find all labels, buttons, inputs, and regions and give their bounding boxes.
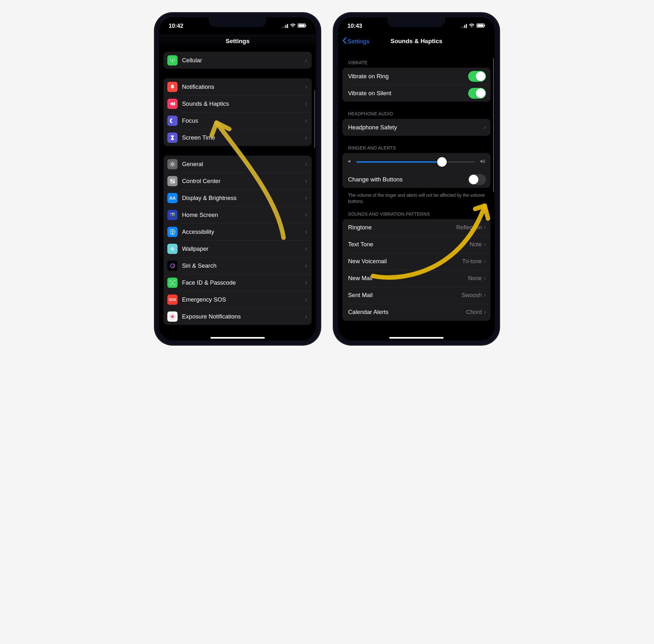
settings-list[interactable]: Cellular › Notifications › Sounds & Hapt… bbox=[159, 52, 316, 341]
battery-icon bbox=[298, 23, 307, 29]
screen-settings: 10:42 Settings Cellular › bbox=[159, 17, 316, 341]
chevron-right-icon: › bbox=[305, 56, 307, 65]
grid-icon bbox=[167, 210, 178, 220]
hourglass-icon bbox=[167, 133, 178, 143]
scroll-indicator[interactable] bbox=[314, 90, 315, 147]
nav-header: Settings bbox=[159, 34, 316, 49]
chevron-right-icon: › bbox=[305, 262, 307, 270]
row-text-tone[interactable]: Text Tone Note › bbox=[342, 236, 490, 253]
row-home-screen[interactable]: Home Screen › bbox=[164, 206, 312, 223]
row-label: Vibrate on Silent bbox=[348, 90, 468, 97]
home-indicator[interactable] bbox=[389, 337, 444, 339]
back-button[interactable]: Settings bbox=[342, 37, 370, 46]
row-wallpaper[interactable]: Wallpaper › bbox=[164, 240, 312, 257]
antenna-icon bbox=[167, 55, 178, 66]
svg-point-16 bbox=[172, 230, 173, 231]
chevron-right-icon: › bbox=[484, 123, 486, 132]
chevron-right-icon: › bbox=[484, 223, 486, 232]
chevron-right-icon: › bbox=[305, 245, 307, 253]
ringer-volume-slider-row bbox=[342, 153, 490, 171]
chevron-right-icon: › bbox=[484, 274, 486, 282]
row-label: Accessibility bbox=[182, 228, 305, 235]
svg-point-17 bbox=[172, 248, 173, 250]
home-indicator[interactable] bbox=[210, 337, 265, 339]
row-label: New Mail bbox=[348, 275, 468, 282]
chevron-right-icon: › bbox=[305, 279, 307, 287]
row-screen-time[interactable]: Screen Time › bbox=[164, 129, 312, 146]
row-label: Focus bbox=[182, 117, 305, 124]
flower-icon bbox=[167, 244, 178, 254]
row-headphone-safety[interactable]: Headphone Safety › bbox=[342, 119, 490, 136]
row-control-center[interactable]: Control Center › bbox=[164, 172, 312, 189]
svg-rect-14 bbox=[170, 216, 175, 217]
row-label: Calendar Alerts bbox=[348, 308, 466, 316]
settings-group: Notifications › Sounds & Haptics › Focus… bbox=[164, 78, 312, 146]
ringer-volume-slider[interactable] bbox=[356, 161, 475, 163]
row-sounds-haptics[interactable]: Sounds & Haptics › bbox=[164, 95, 312, 112]
row-focus[interactable]: Focus › bbox=[164, 112, 312, 129]
status-time: 10:42 bbox=[169, 23, 183, 29]
chevron-right-icon: › bbox=[305, 83, 307, 91]
row-siri-search[interactable]: Siri & Search › bbox=[164, 257, 312, 274]
row-sent-mail[interactable]: Sent Mail Swoosh › bbox=[342, 287, 490, 304]
row-value: Tri-tone bbox=[462, 258, 482, 265]
row-new-mail[interactable]: New Mail None › bbox=[342, 270, 490, 287]
page-title: Settings bbox=[159, 38, 316, 45]
notch bbox=[388, 17, 445, 27]
chevron-right-icon: › bbox=[484, 291, 486, 299]
gear-icon bbox=[167, 159, 178, 169]
settings-group: General › Control Center › AA Display & … bbox=[164, 156, 312, 325]
status-right bbox=[282, 23, 307, 29]
row-face-id[interactable]: Face ID & Passcode › bbox=[164, 274, 312, 291]
chevron-right-icon: › bbox=[484, 308, 486, 316]
toggle-vibrate-ring[interactable] bbox=[468, 71, 486, 82]
row-value: None bbox=[468, 275, 482, 282]
row-label: General bbox=[182, 161, 305, 168]
row-calendar-alerts[interactable]: Calendar Alerts Chord › bbox=[342, 304, 490, 321]
section-header-ringer: Ringer and Alerts bbox=[342, 145, 490, 153]
row-cellular[interactable]: Cellular › bbox=[164, 52, 312, 69]
battery-icon bbox=[476, 23, 485, 29]
row-label: Text Tone bbox=[348, 241, 470, 248]
chevron-right-icon: › bbox=[484, 257, 486, 266]
row-exposure-notifications[interactable]: Exposure Notifications › bbox=[164, 308, 312, 325]
row-vibrate-on-silent[interactable]: Vibrate on Silent bbox=[342, 85, 490, 101]
cellular-signal-icon bbox=[282, 24, 288, 28]
chevron-right-icon: › bbox=[305, 160, 307, 168]
row-ringtone[interactable]: Ringtone Reflection › bbox=[342, 219, 490, 236]
svg-point-28 bbox=[171, 315, 174, 318]
siri-icon bbox=[167, 261, 178, 271]
moon-icon bbox=[167, 116, 178, 126]
row-emergency-sos[interactable]: SOS Emergency SOS › bbox=[164, 291, 312, 308]
section-header-vibrate: Vibrate bbox=[342, 60, 490, 68]
svg-point-7 bbox=[173, 181, 174, 183]
status-time: 10:43 bbox=[347, 23, 362, 29]
row-label: Emergency SOS bbox=[182, 296, 305, 303]
svg-rect-1 bbox=[299, 24, 305, 27]
scroll-indicator[interactable] bbox=[493, 58, 494, 192]
chevron-right-icon: › bbox=[305, 117, 307, 125]
sounds-content[interactable]: Vibrate Vibrate on Ring Vibrate on Silen… bbox=[338, 52, 495, 341]
row-label: Cellular bbox=[182, 57, 305, 64]
accessibility-icon bbox=[167, 227, 178, 237]
row-general[interactable]: General › bbox=[164, 156, 312, 172]
toggle-vibrate-silent[interactable] bbox=[468, 88, 486, 99]
svg-rect-13 bbox=[173, 214, 175, 216]
section-header-patterns: Sounds and Vibration Patterns bbox=[342, 211, 490, 219]
toggle-change-with-buttons[interactable] bbox=[468, 174, 486, 185]
row-display-brightness[interactable]: AA Display & Brightness › bbox=[164, 189, 312, 206]
svg-point-21 bbox=[173, 248, 175, 249]
row-label: Screen Time bbox=[182, 134, 305, 141]
cellular-signal-icon bbox=[461, 24, 467, 28]
status-right bbox=[461, 23, 485, 29]
wifi-icon bbox=[290, 23, 296, 29]
row-notifications[interactable]: Notifications › bbox=[164, 78, 312, 95]
row-label: Siri & Search bbox=[182, 262, 305, 269]
row-vibrate-on-ring[interactable]: Vibrate on Ring bbox=[342, 68, 490, 85]
row-new-voicemail[interactable]: New Voicemail Tri-tone › bbox=[342, 253, 490, 270]
svg-point-3 bbox=[171, 163, 173, 165]
svg-point-25 bbox=[171, 282, 172, 282]
row-change-with-buttons[interactable]: Change with Buttons bbox=[342, 171, 490, 188]
row-accessibility[interactable]: Accessibility › bbox=[164, 223, 312, 240]
section-header-headphone: Headphone Audio bbox=[342, 111, 490, 119]
